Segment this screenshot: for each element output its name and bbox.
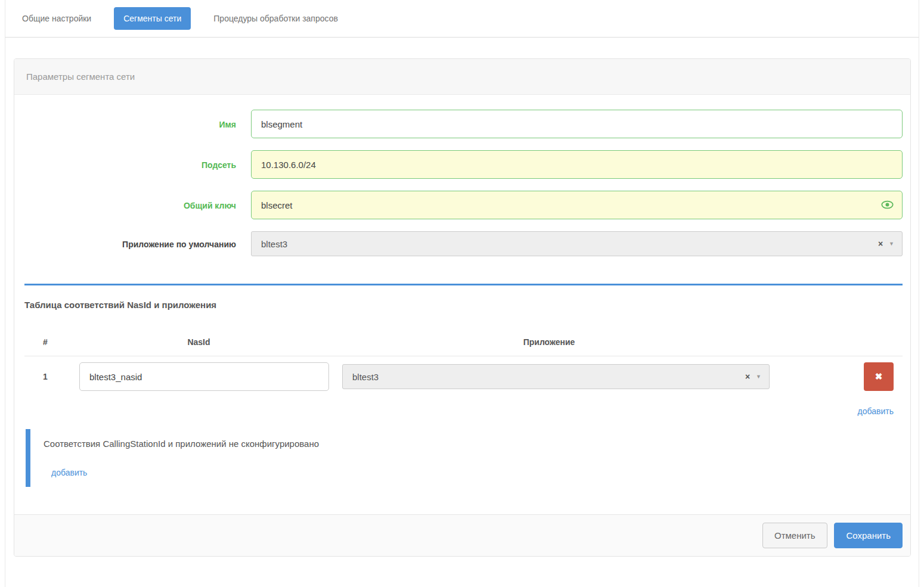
subnet-label: Подсеть <box>24 159 236 170</box>
panel-body: Имя Подсеть Общий ключ <box>14 95 910 514</box>
form-row-name: Имя <box>24 110 903 138</box>
add-nasid-link[interactable]: добавить <box>858 406 894 416</box>
delete-row-button[interactable]: ✖ <box>864 362 894 391</box>
row-application-select-value: bltest3 <box>352 372 379 382</box>
caret-down-icon[interactable]: ▼ <box>756 374 761 380</box>
add-callingstation-link[interactable]: добавить <box>51 468 87 477</box>
header-index: # <box>24 337 66 347</box>
nasid-add-row: добавить <box>24 406 903 416</box>
clear-icon[interactable]: × <box>878 240 883 248</box>
shared-key-input[interactable] <box>251 191 903 219</box>
table-row: 1 bltest3 × ▼ ✖ <box>24 362 903 391</box>
name-control <box>251 110 903 138</box>
row-nasid-cell <box>66 362 331 391</box>
callingstation-info-block: Соответствия CallingStationId и приложен… <box>26 429 903 487</box>
default-app-label: Приложение по умолчанию <box>24 238 236 249</box>
panel-footer: Отменить Сохранить <box>14 514 910 556</box>
name-label: Имя <box>24 119 236 129</box>
form-row-subnet: Подсеть <box>24 150 903 179</box>
nasid-table-header: # NasId Приложение <box>24 337 903 356</box>
tab-network-segments[interactable]: Сегменты сети <box>114 7 191 30</box>
tab-general-settings[interactable]: Общие настройки <box>13 7 101 30</box>
form-row-shared-key: Общий ключ <box>24 191 903 219</box>
eye-icon[interactable] <box>881 200 894 209</box>
header-application: Приложение <box>331 337 767 347</box>
page-container: Общие настройки Сегменты сети Процедуры … <box>5 0 919 587</box>
default-app-select[interactable]: bltest3 × ▼ <box>251 231 903 256</box>
subnet-control <box>251 150 903 179</box>
name-input[interactable] <box>251 110 903 138</box>
nasid-table-title: Таблица соответствий NasId и приложения <box>24 300 903 310</box>
delete-icon: ✖ <box>875 371 883 382</box>
callingstation-message: Соответствия CallingStationId и приложен… <box>44 439 903 449</box>
cancel-button[interactable]: Отменить <box>762 523 827 548</box>
row-application-cell: bltest3 × ▼ <box>331 364 767 389</box>
caret-down-icon[interactable]: ▼ <box>889 241 894 247</box>
default-app-select-icons: × ▼ <box>878 232 894 256</box>
header-nasid: NasId <box>66 337 331 347</box>
row-actions-cell: ✖ <box>767 362 903 391</box>
row-application-select[interactable]: bltest3 × ▼ <box>342 364 770 389</box>
row-application-select-icons: × ▼ <box>745 365 761 389</box>
nasid-input[interactable] <box>79 362 329 391</box>
header-actions <box>767 337 903 347</box>
panel-title: Параметры сегмента сети <box>14 59 910 95</box>
subnet-input[interactable] <box>251 150 903 179</box>
form-row-default-app: Приложение по умолчанию bltest3 × ▼ <box>24 231 903 256</box>
shared-key-control <box>251 191 903 219</box>
section-divider <box>24 284 903 285</box>
clear-icon[interactable]: × <box>745 372 750 381</box>
tab-request-procedures[interactable]: Процедуры обработки запросов <box>204 7 348 30</box>
default-app-select-value: bltest3 <box>261 239 287 249</box>
row-index: 1 <box>24 372 66 381</box>
save-button[interactable]: Сохранить <box>834 523 903 548</box>
shared-key-label: Общий ключ <box>24 200 236 210</box>
segment-panel: Параметры сегмента сети Имя Подсеть Общи… <box>14 58 911 557</box>
tab-bar: Общие настройки Сегменты сети Процедуры … <box>5 0 919 38</box>
default-app-control: bltest3 × ▼ <box>251 231 903 256</box>
